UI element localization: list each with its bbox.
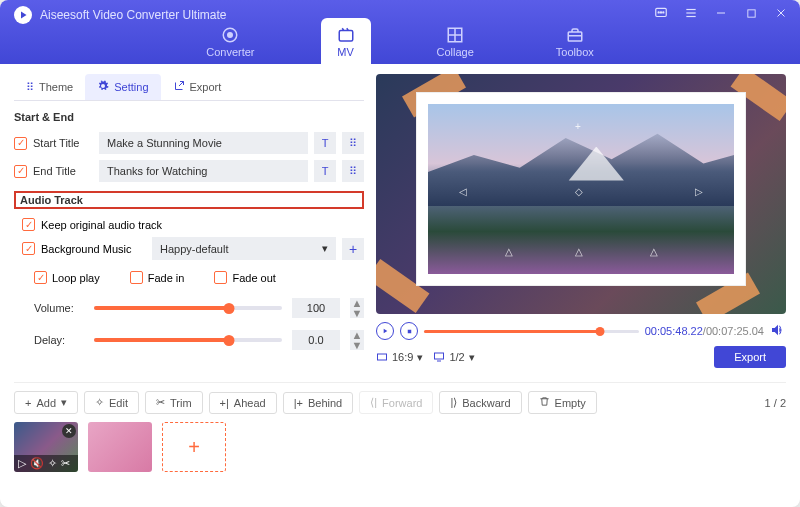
photo-content: + ◁ ▷ ◇ △ △ △ xyxy=(427,103,735,275)
scissors-icon[interactable]: ✂ xyxy=(61,457,70,470)
btn-label: Backward xyxy=(462,397,510,409)
fadein-label: Fade in xyxy=(148,272,185,284)
chevron-down-icon: ▾ xyxy=(61,396,67,409)
btn-label: Forward xyxy=(382,397,422,409)
svg-rect-20 xyxy=(378,354,387,360)
aspect-ratio-dropdown[interactable]: 16:9▾ xyxy=(376,351,423,364)
forward-icon: ⟨| xyxy=(370,396,377,409)
bg-music-checkbox[interactable] xyxy=(22,242,35,255)
bg-music-dropdown[interactable]: Happy-default ▾ xyxy=(152,237,336,260)
btn-label: Add xyxy=(36,397,56,409)
volume-down[interactable]: ▼ xyxy=(350,308,364,318)
backward-button[interactable]: |⟩Backward xyxy=(439,391,521,414)
bg-music-value: Happy-default xyxy=(160,243,229,255)
svg-rect-19 xyxy=(407,329,411,333)
subtab-setting[interactable]: Setting xyxy=(85,74,160,100)
btn-label: Ahead xyxy=(234,397,266,409)
titlebar: Aiseesoft Video Converter Ultimate Conve… xyxy=(0,0,800,64)
tab-toolbox[interactable]: Toolbox xyxy=(540,18,610,64)
forward-button[interactable]: ⟨|Forward xyxy=(359,391,433,414)
ahead-button[interactable]: +|Ahead xyxy=(209,392,277,414)
behind-button[interactable]: |+Behind xyxy=(283,392,354,414)
volume-value[interactable]: 100 xyxy=(292,298,340,318)
chevron-down-icon: ▾ xyxy=(322,242,328,255)
tab-label: Converter xyxy=(206,46,254,58)
bg-music-label: Background Music xyxy=(41,243,146,255)
empty-button[interactable]: Empty xyxy=(528,391,597,414)
mute-icon[interactable]: 🔇 xyxy=(30,457,44,470)
collage-icon xyxy=(446,26,464,44)
plus-icon: + xyxy=(25,397,31,409)
start-title-input[interactable] xyxy=(99,132,308,154)
video-preview[interactable]: + ◁ ▷ ◇ △ △ △ xyxy=(376,74,786,314)
mv-icon xyxy=(337,26,355,44)
photo-frame: + ◁ ▷ ◇ △ △ △ xyxy=(416,92,746,286)
subtab-export[interactable]: Export xyxy=(161,74,234,100)
subtab-label: Theme xyxy=(39,81,73,93)
btn-label: Trim xyxy=(170,397,192,409)
svg-rect-8 xyxy=(747,9,754,16)
chevron-down-icon: ▾ xyxy=(469,351,475,364)
end-title-input[interactable] xyxy=(99,160,308,182)
delay-value[interactable]: 0.0 xyxy=(292,330,340,350)
tab-mv[interactable]: MV xyxy=(321,18,371,64)
settings-panel: ⠿ Theme Setting Export Start & End xyxy=(14,74,364,368)
fadein-checkbox[interactable] xyxy=(130,271,143,284)
chevron-down-icon: ▾ xyxy=(417,351,423,364)
toolbox-icon xyxy=(566,26,584,44)
start-title-checkbox[interactable] xyxy=(14,137,27,150)
wand-icon[interactable]: ✧ xyxy=(48,457,57,470)
aspect-value: 16:9 xyxy=(392,351,413,363)
delete-clip-icon[interactable]: ✕ xyxy=(62,424,76,438)
add-clip-button[interactable]: + xyxy=(162,422,226,472)
fadeout-label: Fade out xyxy=(232,272,275,284)
delay-label: Delay: xyxy=(34,334,84,346)
add-button[interactable]: +Add▾ xyxy=(14,391,78,414)
wand-icon: ✧ xyxy=(95,396,104,409)
seek-slider[interactable] xyxy=(424,330,639,333)
svg-point-2 xyxy=(660,12,661,13)
trash-icon xyxy=(539,396,550,409)
page-dropdown[interactable]: 1/2▾ xyxy=(433,351,474,364)
svg-point-1 xyxy=(658,12,659,13)
clip-thumbnails: ✕ ▷ 🔇 ✧ ✂ + xyxy=(14,422,786,472)
tab-converter[interactable]: Converter xyxy=(190,18,270,64)
keep-original-checkbox[interactable] xyxy=(22,218,35,231)
svg-point-3 xyxy=(663,12,664,13)
svg-rect-21 xyxy=(435,353,444,359)
text-position-button[interactable]: ⠿ xyxy=(342,160,364,182)
edit-button[interactable]: ✧Edit xyxy=(84,391,139,414)
volume-slider[interactable] xyxy=(94,306,282,310)
text-style-button[interactable]: T xyxy=(314,160,336,182)
gear-icon xyxy=(97,80,109,94)
end-title-checkbox[interactable] xyxy=(14,165,27,178)
trim-button[interactable]: ✂Trim xyxy=(145,391,203,414)
export-button[interactable]: Export xyxy=(714,346,786,368)
tab-label: Collage xyxy=(437,46,474,58)
add-music-button[interactable]: + xyxy=(342,238,364,260)
end-title-label: End Title xyxy=(33,165,93,177)
subtab-theme[interactable]: ⠿ Theme xyxy=(14,74,85,100)
tab-collage[interactable]: Collage xyxy=(421,18,490,64)
delay-slider[interactable] xyxy=(94,338,282,342)
btn-label: Empty xyxy=(555,397,586,409)
clip-thumbnail[interactable]: ✕ ▷ 🔇 ✧ ✂ xyxy=(14,422,78,472)
play-button[interactable] xyxy=(376,322,394,340)
play-icon[interactable]: ▷ xyxy=(18,457,26,470)
text-position-button[interactable]: ⠿ xyxy=(342,132,364,154)
clip-thumbnail[interactable] xyxy=(88,422,152,472)
loop-checkbox[interactable] xyxy=(34,271,47,284)
start-title-label: Start Title xyxy=(33,137,93,149)
scissors-icon: ✂ xyxy=(156,396,165,409)
section-start-end: Start & End xyxy=(14,111,364,123)
behind-icon: |+ xyxy=(294,397,303,409)
text-style-button[interactable]: T xyxy=(314,132,336,154)
stop-button[interactable] xyxy=(400,322,418,340)
delay-down[interactable]: ▼ xyxy=(350,340,364,350)
export-icon xyxy=(173,80,185,94)
backward-icon: |⟩ xyxy=(450,396,457,409)
section-audio-track: Audio Track xyxy=(14,191,364,209)
fadeout-checkbox[interactable] xyxy=(214,271,227,284)
ahead-icon: +| xyxy=(220,397,229,409)
volume-icon[interactable] xyxy=(770,322,786,340)
